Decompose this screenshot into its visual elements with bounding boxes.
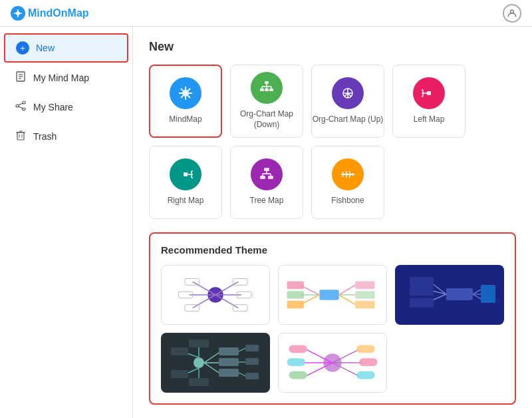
org-chart-up-label: Org-Chart Map (Up)	[313, 114, 384, 125]
theme-item-4[interactable]	[161, 333, 270, 393]
map-type-org-chart-down[interactable]: Org-Chart Map(Down)	[230, 65, 303, 138]
svg-line-27	[188, 89, 191, 91]
svg-line-112	[473, 294, 481, 299]
sidebar-item-mymindmap-label: My Mind Map	[33, 73, 89, 83]
right-map-label: Right Map	[168, 196, 204, 206]
file-icon	[15, 71, 27, 85]
svg-rect-145	[359, 358, 377, 366]
svg-rect-92	[287, 291, 304, 299]
svg-rect-51	[184, 172, 188, 176]
svg-rect-113	[481, 295, 495, 303]
svg-line-26	[188, 96, 191, 99]
sidebar-item-new[interactable]: + New	[4, 33, 128, 63]
sidebar-item-trash-label: Trash	[33, 131, 57, 142]
org-chart-down-icon	[251, 72, 283, 104]
map-type-fishbone[interactable]: Fishbone	[311, 146, 384, 219]
svg-line-99	[339, 295, 355, 305]
profile-icon[interactable]	[503, 4, 521, 23]
svg-line-28	[181, 96, 184, 99]
svg-rect-122	[189, 378, 209, 386]
svg-rect-62	[260, 176, 265, 179]
svg-rect-36	[265, 89, 269, 91]
sidebar-item-myshare-label: My Share	[33, 102, 73, 112]
theme-item-3[interactable]	[395, 265, 504, 325]
recommended-title: Recommended Theme	[161, 244, 504, 256]
svg-rect-141	[289, 371, 307, 379]
map-type-left-map[interactable]: Left Map	[392, 65, 466, 138]
svg-rect-143	[356, 345, 374, 353]
svg-line-133	[239, 373, 245, 376]
svg-line-87	[251, 295, 255, 299]
svg-rect-101	[446, 288, 473, 300]
theme-grid	[161, 265, 504, 393]
svg-rect-107	[410, 298, 434, 308]
map-type-org-chart-up[interactable]: Org-Chart Map (Up)	[311, 65, 384, 138]
logo-icon	[11, 6, 25, 21]
svg-point-0	[16, 11, 20, 15]
map-type-grid: MindMap Org-C	[149, 65, 516, 219]
svg-rect-35	[260, 89, 264, 91]
trash-icon	[15, 129, 27, 144]
main-layout: + New My Mind Map	[0, 27, 532, 418]
recommended-theme-section: Recommended Theme	[149, 232, 516, 405]
plus-icon: +	[16, 41, 29, 55]
svg-line-85	[251, 291, 255, 295]
svg-rect-98	[355, 291, 374, 299]
left-map-icon	[413, 77, 445, 109]
tree-map-icon	[251, 158, 283, 190]
svg-line-108	[473, 290, 481, 294]
sidebar-item-trash[interactable]: Trash	[4, 122, 128, 150]
svg-line-13	[19, 103, 23, 105]
svg-rect-57	[264, 168, 269, 171]
svg-rect-105	[410, 286, 434, 296]
svg-line-123	[204, 353, 219, 363]
svg-point-10	[23, 101, 25, 104]
svg-rect-63	[268, 176, 273, 179]
svg-line-95	[339, 285, 355, 295]
sidebar-item-new-label: New	[36, 43, 55, 53]
fishbone-label: Fishbone	[331, 196, 364, 206]
content-area: New MindM	[133, 27, 532, 418]
svg-point-12	[23, 108, 25, 110]
svg-rect-88	[319, 290, 338, 300]
map-type-mindmap[interactable]: MindMap	[149, 65, 222, 138]
map-type-right-map[interactable]: Right Map	[149, 146, 222, 219]
sidebar-item-my-share[interactable]: My Share	[4, 93, 128, 121]
svg-rect-94	[287, 301, 304, 309]
svg-line-127	[204, 363, 219, 373]
svg-rect-15	[17, 132, 24, 140]
svg-rect-130	[245, 345, 259, 351]
svg-rect-120	[171, 370, 188, 378]
theme-item-5[interactable]	[278, 333, 387, 393]
theme-item-1[interactable]	[161, 265, 270, 325]
mindmap-label: MindMap	[169, 114, 201, 125]
svg-rect-116	[189, 339, 209, 347]
svg-rect-96	[355, 281, 374, 289]
svg-rect-147	[356, 371, 374, 379]
fishbone-icon	[332, 158, 364, 190]
svg-rect-37	[269, 89, 273, 91]
org-chart-up-icon	[332, 77, 364, 109]
app-header: MindOnMap	[0, 0, 532, 27]
svg-line-14	[19, 106, 23, 108]
svg-rect-29	[265, 81, 269, 84]
svg-line-25	[181, 89, 184, 91]
sidebar: + New My Mind Map	[0, 27, 133, 418]
app-logo: MindOnMap	[11, 6, 89, 21]
svg-rect-45	[427, 91, 431, 95]
sidebar-item-my-mind-map[interactable]: My Mind Map	[4, 64, 128, 92]
svg-marker-71	[352, 172, 354, 176]
svg-point-114	[194, 357, 204, 368]
svg-rect-124	[219, 347, 239, 355]
map-type-tree-map[interactable]: Tree Map	[230, 146, 303, 219]
svg-rect-90	[287, 281, 304, 289]
share-icon	[15, 100, 27, 114]
svg-rect-128	[219, 369, 239, 377]
svg-rect-118	[171, 347, 188, 355]
svg-rect-137	[289, 345, 307, 353]
svg-rect-134	[245, 373, 259, 379]
svg-rect-100	[355, 301, 374, 309]
svg-line-129	[239, 348, 245, 351]
theme-item-2[interactable]	[278, 265, 387, 325]
svg-rect-126	[219, 358, 239, 366]
